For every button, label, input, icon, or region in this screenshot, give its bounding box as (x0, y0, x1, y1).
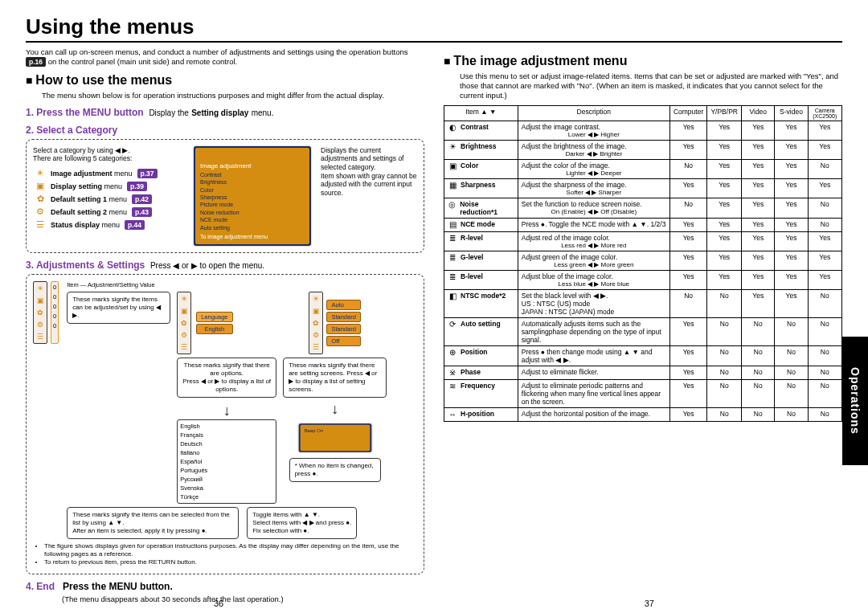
item-icon: ▣ (448, 161, 457, 171)
table-row: ▤NCE mode Press ●. Toggle the NCE mode w… (444, 218, 842, 231)
yn-ypbpr: No (707, 407, 742, 421)
category-box: Select a category by using ◀ ▶. There ar… (26, 139, 424, 253)
logo-option: Auto (326, 300, 360, 310)
logo-chip-group: AutoStandardStandardOff (326, 300, 360, 346)
table-row: ▦Sharpness Adjust the sharpness of the i… (444, 178, 842, 198)
adj-icon-col-3: ☀▣✿⚙☰ (309, 292, 323, 354)
gear-icon: ⚙ (35, 320, 45, 329)
lang-option: Türkçe (180, 493, 199, 501)
side-tab-operations: Operations (842, 337, 868, 465)
adj-icon-col-2: ☀▣✿⚙☰ (177, 292, 191, 354)
yn-computer: Yes (669, 218, 706, 231)
osd-row: Sharpness (200, 194, 305, 201)
image-adj-heading: The image adjustment menu (444, 54, 842, 68)
arrow-down-icon: ↓ (177, 403, 276, 419)
item-name: NCE mode (461, 220, 495, 228)
th-desc: Description (518, 105, 669, 121)
item-icon: ≋ (448, 382, 457, 391)
item-icon: ⊕ (448, 348, 457, 358)
item-icon: ≣ (448, 253, 457, 263)
callout-left: These marks signify the items can be adj… (67, 292, 170, 324)
item-desc: Adjust green of the image color.Less gre… (518, 251, 669, 270)
list-icon: ☰ (35, 332, 45, 341)
item-name: Frequency (461, 382, 495, 390)
yn-video: No (742, 317, 775, 345)
diagram-notes: The figure shows displays given for oper… (44, 542, 417, 567)
yn-camera: No (808, 218, 841, 231)
diagram-label-item: Item — Adjustment/Setting Value (67, 281, 417, 288)
item-icon: ▤ (448, 220, 457, 230)
item-icon: ▦ (448, 181, 457, 190)
callout-mid: These marks signify that there are optio… (177, 358, 276, 398)
th-video: Video (742, 105, 775, 121)
yn-camera: No (808, 379, 841, 407)
callout-bottom: These marks signify the items can be sel… (67, 507, 239, 539)
item-desc: Set the black level with ◀ ▶.US : NTSC (… (518, 289, 669, 317)
chip-language: Language (196, 312, 232, 322)
step1-heading: 1. Press the MENU button Display the Set… (26, 107, 424, 118)
item-name: NTSC mode*2 (461, 292, 506, 300)
osd-row: NCE mode (200, 216, 305, 223)
table-row: ☀Brightness Adjust the brightness of the… (444, 140, 842, 159)
menu-page-tag: p.43 (132, 207, 152, 217)
yn-computer: Yes (669, 317, 706, 345)
th-computer: Computer (669, 105, 706, 121)
flower-icon: ✿ (35, 308, 45, 317)
yn-svideo: Yes (775, 178, 808, 198)
item-name: Contrast (461, 123, 489, 131)
yn-computer: Yes (669, 251, 706, 270)
yn-camera: Yes (808, 178, 841, 198)
item-name: Auto setting (461, 320, 501, 328)
category-menu-item: ☀ Image adjustment menu p.37 (35, 168, 184, 179)
adjustments-box: ☀ ▣ ✿ ⚙ ☰ 00000 Item — Adjustment/Settin… (26, 274, 424, 574)
item-desc: Set the function to reduce screen noise.… (518, 198, 669, 218)
list-icon: ☰ (248, 151, 258, 161)
yn-video: No (742, 345, 775, 366)
item-icon: ⟳ (448, 320, 457, 329)
yn-video: No (742, 366, 775, 379)
osd-title: Image adjustment (200, 162, 305, 170)
yn-video: Yes (742, 178, 775, 198)
yn-ypbpr: Yes (707, 159, 742, 178)
menu-icon: ☰ (35, 219, 46, 231)
callout-toggle: Toggle items with ▲ ▼. Select items with… (247, 507, 357, 539)
yn-svideo: Yes (775, 218, 808, 231)
osd-footer: To image adjustment menu (200, 233, 305, 240)
display-icon: ▣ (35, 296, 45, 305)
item-desc: Adjust the horizontal position of the im… (518, 407, 669, 421)
yn-computer: Yes (669, 140, 706, 159)
logo-option: Off (326, 336, 360, 346)
pagenum-right: 37 (645, 599, 654, 608)
th-camera: Camera (XC2500) (808, 105, 841, 121)
display-icon: ▣ (212, 151, 222, 161)
how-to-use-heading: How to use the menus (26, 73, 424, 88)
osd-row: Brightness (200, 178, 305, 186)
yn-camera: No (808, 345, 841, 366)
callout-noitem: * When no item is changed, press ●. (289, 458, 381, 482)
category-menu-item: ⚙ Default setting 2 menu p.43 (35, 206, 184, 218)
language-list: EnglishFrançaisDeutschItalianoEspañolPor… (177, 419, 276, 504)
logo-option: Standard (326, 312, 360, 322)
item-name: Noise reduction*1 (460, 200, 514, 216)
left-column: You can call up on-screen menus, and con… (26, 47, 424, 604)
lang-option: Español (180, 458, 202, 465)
lang-option: Italiano (180, 449, 199, 456)
yn-svideo: Yes (775, 159, 808, 178)
item-desc: Adjust the image contrast.Lower ◀ ▶ High… (518, 121, 669, 140)
yn-video: Yes (742, 251, 775, 270)
item-name: Phase (461, 368, 481, 376)
menu-page-tag: p.42 (132, 194, 152, 204)
category-menu-item: ▣ Display setting menu p.39 (35, 181, 184, 192)
intro-page-tag: p.16 (26, 57, 46, 67)
table-row: ◧NTSC mode*2 Set the black level with ◀ … (444, 289, 842, 317)
osd-small: Beep On (299, 423, 371, 452)
item-icon: ◧ (448, 292, 457, 301)
menu-label: Default setting 2 menu (51, 208, 127, 216)
lang-option: Русский (180, 476, 203, 483)
chip-english: English (196, 324, 232, 334)
language-chip-group: Language English (196, 312, 232, 334)
menu-page-tag: p.39 (127, 182, 147, 191)
yn-camera: No (808, 289, 841, 317)
right-column: The image adjustment menu Use this menu … (444, 47, 842, 604)
logo-option: Standard (326, 324, 360, 334)
